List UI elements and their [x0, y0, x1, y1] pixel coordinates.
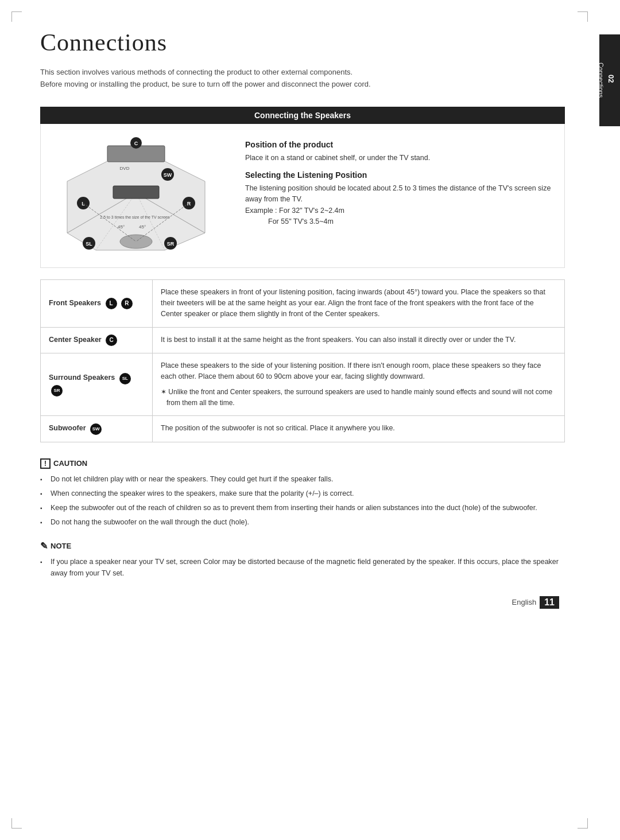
lang-label: English	[512, 598, 537, 606]
svg-text:SW: SW	[164, 172, 172, 178]
position-text2: The listening position should be located…	[245, 183, 555, 228]
page-container: 02 Connections Connections This section …	[0, 0, 620, 840]
caution-item: Do not hang the subwoofer on the wall th…	[40, 516, 565, 528]
caution-item: Do not let children play with or near th…	[40, 473, 565, 485]
svg-text:45°: 45°	[139, 224, 146, 230]
page-number-row: English 11	[40, 596, 565, 609]
speaker-label-surround: Surround Speakers SL SR	[41, 353, 153, 415]
caution-section: ! CAUTION Do not let children play with …	[40, 458, 565, 528]
badge-SW: SW	[90, 423, 102, 435]
position-info: Position of the product Place it on a st…	[239, 135, 555, 256]
caution-title: ! CAUTION	[40, 458, 565, 469]
surround-note: ✶ Unlike the front and Center speakers, …	[161, 387, 556, 408]
svg-text:C: C	[134, 141, 138, 146]
table-row: Center Speaker C It is best to install i…	[41, 327, 565, 353]
diagram-area: C DVD L R	[50, 135, 222, 256]
badge-SR: SR	[51, 385, 63, 396]
badge-C: C	[106, 335, 117, 346]
section-header: Connecting the Speakers	[40, 107, 565, 124]
svg-rect-7	[113, 186, 159, 199]
svg-text:45°: 45°	[118, 224, 125, 230]
badge-L: L	[106, 298, 117, 309]
main-content: Connections This section involves variou…	[0, 0, 599, 840]
speaker-desc-center: It is best to install it at the same hei…	[153, 327, 565, 353]
svg-text:2.5 to 3 times the size of the: 2.5 to 3 times the size of the TV screen	[100, 215, 169, 219]
table-row: Front Speakers L R Place these speakers …	[41, 279, 565, 327]
speaker-desc-sub: The position of the subwoofer is not so …	[153, 415, 565, 442]
note-section: ✎ NOTE If you place a speaker near your …	[40, 540, 565, 579]
note-list: If you place a speaker near your TV set,…	[40, 556, 565, 579]
speaker-label-center: Center Speaker C	[41, 327, 153, 353]
caution-item: Keep the subwoofer out of the reach of c…	[40, 502, 565, 514]
caution-icon: !	[40, 458, 51, 469]
intro-line1: This section involves various methods of…	[40, 67, 565, 79]
speaker-label-front: Front Speakers L R	[41, 279, 153, 327]
note-title: ✎ NOTE	[40, 540, 565, 551]
svg-text:SL: SL	[86, 241, 92, 247]
page-title: Connections	[40, 29, 565, 56]
side-tab: 02 Connections	[599, 34, 620, 126]
speaker-desc-front: Place these speakers in front of your li…	[153, 279, 565, 327]
speaker-table: Front Speakers L R Place these speakers …	[40, 279, 565, 442]
table-row: Subwoofer SW The position of the subwoof…	[41, 415, 565, 442]
note-icon: ✎	[40, 540, 48, 551]
speaker-desc-surround: Place these speakers to the side of your…	[153, 353, 565, 415]
page-number: 11	[540, 596, 559, 609]
position-heading1: Position of the product	[245, 140, 555, 149]
intro-line2: Before moving or installing the product,…	[40, 79, 565, 91]
speaker-diagram: C DVD L R	[50, 135, 222, 256]
table-row: Surround Speakers SL SR Place these spea…	[41, 353, 565, 415]
badge-SL: SL	[119, 373, 131, 384]
badge-R: R	[121, 298, 133, 309]
speaker-label-sub: Subwoofer SW	[41, 415, 153, 442]
caution-list: Do not let children play with or near th…	[40, 473, 565, 528]
svg-text:SR: SR	[167, 241, 175, 247]
caution-item: When connecting the speaker wires to the…	[40, 488, 565, 499]
position-text1: Place it on a stand or cabinet shelf, or…	[245, 153, 555, 164]
note-item: If you place a speaker near your TV set,…	[40, 556, 565, 579]
svg-text:R: R	[187, 201, 191, 207]
svg-text:L: L	[82, 201, 85, 207]
position-heading2: Selecting the Listening Position	[245, 170, 555, 180]
diagram-row: C DVD L R	[40, 124, 565, 268]
svg-text:DVD: DVD	[120, 166, 130, 171]
intro-block: This section involves various methods of…	[40, 67, 565, 91]
side-tab-number: 02	[607, 75, 615, 83]
